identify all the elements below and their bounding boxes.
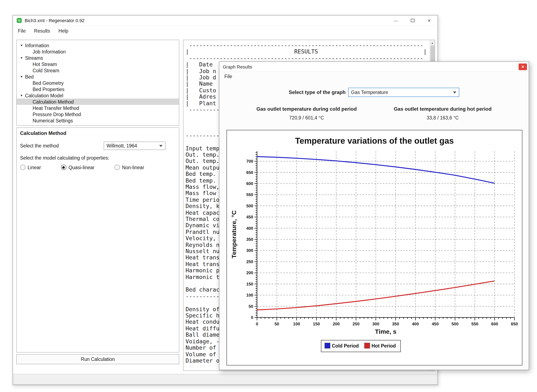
caret-down-icon[interactable]: ▼ xyxy=(20,56,25,59)
tree-item-pressure-drop-method[interactable]: Pressure Drop Method xyxy=(17,111,179,117)
hot-period-stat-label: Gas outlet temperature during hot period xyxy=(394,106,492,112)
graph-type-row: Select type of the graph Gas Temperature xyxy=(219,88,529,97)
tree-item-label: Pressure Drop Method xyxy=(33,112,81,117)
scroll-up-icon[interactable]: ▲ xyxy=(430,40,435,46)
radio-linear[interactable]: Linear xyxy=(20,165,41,170)
radio-unselected-icon[interactable] xyxy=(20,165,25,170)
maximize-glyph xyxy=(411,19,414,22)
x-axis-title: Time, s xyxy=(375,328,397,335)
tree-item-label: Information xyxy=(25,43,49,48)
y-tick-label: 50 xyxy=(249,304,253,309)
tree-item-heat-transfer-method[interactable]: Heat Transfer Method xyxy=(17,105,179,111)
radio-label: Non-linear xyxy=(122,165,144,170)
desktop: Bich3.xml - Regenerator 0.92 — ✕ File Re… xyxy=(0,0,537,392)
caret-down-icon[interactable]: ▼ xyxy=(20,44,25,47)
menu-results[interactable]: Results xyxy=(30,27,54,35)
navigation-tree: ▼InformationJob Information▼StreamsHot S… xyxy=(16,40,179,126)
x-tick-label: 650 xyxy=(511,322,518,326)
y-tick-label: 250 xyxy=(246,259,253,264)
caret-down-icon[interactable]: ▼ xyxy=(20,75,25,78)
y-tick-label: 150 xyxy=(246,282,253,286)
graph-type-select[interactable]: Gas Temperature xyxy=(348,88,459,97)
x-tick-label: 100 xyxy=(293,322,300,326)
tree-item-label: Numerical Settings xyxy=(33,118,73,123)
y-tick-label: 400 xyxy=(246,226,253,231)
radio-non-linear[interactable]: Non-linear xyxy=(114,165,144,170)
graph-menu-file[interactable]: File xyxy=(220,73,236,80)
maximize-icon[interactable] xyxy=(404,15,421,25)
radio-unselected-icon[interactable] xyxy=(114,165,120,170)
method-select[interactable]: Willmott, 1964 xyxy=(104,142,165,150)
tree-item-numerical-settings[interactable]: Numerical Settings xyxy=(17,117,179,124)
method-select-value: Willmott, 1964 xyxy=(107,143,137,148)
y-axis-title: Temperature, °C xyxy=(231,210,237,258)
x-tick-label: 550 xyxy=(471,322,478,326)
graph-close-icon[interactable]: ✕ xyxy=(519,63,527,70)
method-label: Select the method xyxy=(20,143,104,148)
chart: Temperature variations of the outlet gas… xyxy=(226,130,522,365)
x-tick-label: 200 xyxy=(333,322,339,326)
y-tick-label: 650 xyxy=(246,170,253,175)
graph-titlebar[interactable]: Graph Results ✕ xyxy=(219,62,529,72)
x-tick-label: 150 xyxy=(313,322,320,326)
x-tick-label: 500 xyxy=(452,322,458,326)
main-window-title: Bich3.xml - Regenerator 0.92 xyxy=(25,18,85,23)
radio-label: Quasi-linear xyxy=(69,165,94,170)
tree-item-calculation-model[interactable]: ▼Calculation Model xyxy=(17,92,179,98)
tree-item-information[interactable]: ▼Information xyxy=(17,42,179,48)
tree-item-label: Calculation Method xyxy=(33,99,74,104)
tree-item-cold-stream[interactable]: Cold Stream xyxy=(17,67,179,74)
hot-period-stat: Gas outlet temperature during hot period… xyxy=(394,106,492,120)
y-tick-label: 200 xyxy=(246,271,253,275)
window-controls: — ✕ xyxy=(387,15,438,25)
y-tick-label: 100 xyxy=(246,293,253,297)
temperature-chart: Temperature variations of the outlet gas… xyxy=(227,130,522,365)
cold-period-stat: Gas outlet temperature during cold perio… xyxy=(256,106,357,120)
tree-item-bed-geometry[interactable]: Bed Geometry xyxy=(17,80,179,86)
y-tick-label: 500 xyxy=(246,204,253,208)
hot-period-stat-value: 33,8 / 163,6 °C xyxy=(394,115,492,120)
minimize-icon[interactable]: — xyxy=(387,15,404,25)
model-radio-group: LinearQuasi-linearNon-linear xyxy=(20,165,175,170)
x-tick-label: 400 xyxy=(412,322,419,326)
legend-swatch-hot-period xyxy=(364,343,370,348)
graph-type-value: Gas Temperature xyxy=(351,90,388,95)
y-tick-label: 350 xyxy=(246,237,253,242)
cold-period-stat-value: 720,9 / 601,4 °C xyxy=(256,115,357,120)
close-icon[interactable]: ✕ xyxy=(421,15,438,25)
tree-item-hot-stream[interactable]: Hot Stream xyxy=(17,61,179,67)
tree-item-bed[interactable]: ▼Bed xyxy=(17,74,179,80)
x-tick-label: 450 xyxy=(432,322,438,326)
tree-item-job-information[interactable]: Job Information xyxy=(17,48,179,55)
tree-item-label: Hot Stream xyxy=(33,62,57,67)
y-tick-label: 600 xyxy=(246,181,253,186)
app-icon xyxy=(16,17,22,23)
tree-item-bed-properties[interactable]: Bed Properties xyxy=(17,86,179,92)
legend-swatch-cold-period xyxy=(325,343,330,348)
menu-file[interactable]: File xyxy=(14,27,30,35)
radio-selected-icon[interactable] xyxy=(61,165,66,170)
graph-window-title: Graph Results xyxy=(223,64,252,69)
chart-title: Temperature variations of the outlet gas xyxy=(295,136,454,145)
graph-menubar: File xyxy=(219,72,529,81)
y-tick-label: 300 xyxy=(246,248,253,253)
main-titlebar[interactable]: Bich3.xml - Regenerator 0.92 — ✕ xyxy=(13,15,438,25)
tree-item-label: Streams xyxy=(25,55,43,60)
tree-item-label: Job Information xyxy=(33,49,66,54)
legend-label-cold-period: Cold Period xyxy=(332,343,359,349)
menu-help[interactable]: Help xyxy=(54,27,72,35)
calc-panel-title: Calculation Method xyxy=(20,130,175,136)
y-tick-label: 0 xyxy=(251,315,253,320)
caret-down-icon[interactable]: ▼ xyxy=(20,94,25,97)
radio-quasi-linear[interactable]: Quasi-linear xyxy=(61,165,94,170)
x-tick-label: 300 xyxy=(372,322,379,326)
tree-item-streams[interactable]: ▼Streams xyxy=(17,55,179,61)
y-tick-label: 550 xyxy=(246,192,253,197)
status-bar xyxy=(13,374,437,385)
y-tick-label: 450 xyxy=(246,215,253,219)
run-calculation-button[interactable]: Run Calculation xyxy=(16,354,179,364)
x-tick-label: 0 xyxy=(256,322,258,326)
x-tick-label: 600 xyxy=(491,322,498,326)
radio-label: Linear xyxy=(28,165,41,170)
tree-item-calculation-method[interactable]: Calculation Method xyxy=(17,98,179,105)
